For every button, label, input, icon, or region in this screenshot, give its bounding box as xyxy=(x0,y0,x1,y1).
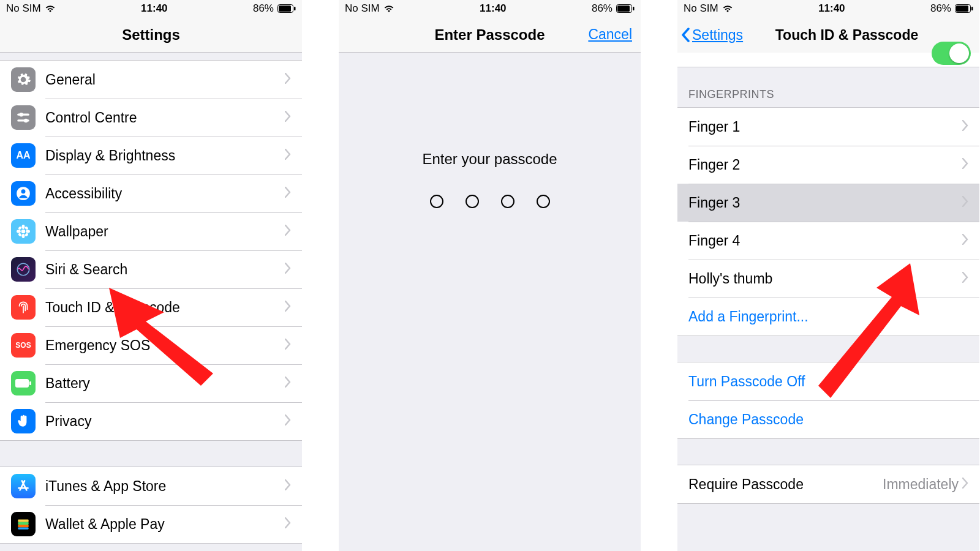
AA-icon: AA xyxy=(11,143,36,168)
svg-rect-24 xyxy=(18,527,28,529)
passcode-actions-list: Turn Passcode Off Change Passcode xyxy=(677,362,979,439)
fingerprints-list: Finger 1Finger 2Finger 3Finger 4Holly's … xyxy=(677,107,979,336)
chevron-right-icon xyxy=(285,339,291,352)
toggle-row-partial xyxy=(677,53,979,67)
svg-point-12 xyxy=(17,230,21,233)
row-label: Siri & Search xyxy=(45,261,285,278)
fingerprint-row[interactable]: Finger 1 xyxy=(677,108,979,146)
group-separator xyxy=(0,441,302,467)
row-label: Accessibility xyxy=(45,186,285,202)
svg-point-11 xyxy=(22,234,25,238)
svg-point-14 xyxy=(18,226,22,230)
settings-row-itunes[interactable]: iTunes & App Store xyxy=(0,467,302,505)
wifi-icon xyxy=(383,4,394,13)
carrier-text: No SIM xyxy=(684,2,718,15)
settings-row-general[interactable]: General xyxy=(0,61,302,99)
svg-rect-23 xyxy=(18,525,28,527)
chevron-right-icon xyxy=(285,149,291,162)
svg-rect-30 xyxy=(956,6,968,12)
navbar-settings: Settings xyxy=(0,17,302,53)
flower-icon xyxy=(11,219,36,244)
toggle-switch[interactable] xyxy=(932,42,971,65)
settings-list-group-1: GeneralControl CentreAADisplay & Brightn… xyxy=(0,60,302,441)
row-label: Touch ID & Passcode xyxy=(45,299,285,316)
chevron-right-icon xyxy=(285,111,291,124)
fingerprint-icon xyxy=(11,295,36,320)
passcode-dot xyxy=(537,195,550,208)
page-title: Settings xyxy=(122,26,180,43)
svg-point-15 xyxy=(24,226,29,230)
svg-rect-21 xyxy=(18,519,28,522)
wallet-icon xyxy=(11,512,36,536)
chevron-right-icon xyxy=(285,187,291,200)
svg-rect-2 xyxy=(294,7,296,10)
chevron-right-icon xyxy=(285,377,291,390)
settings-row-wallpaper[interactable]: Wallpaper xyxy=(0,212,302,250)
battery-pct-text: 86% xyxy=(592,2,612,15)
svg-point-13 xyxy=(26,230,30,233)
svg-point-17 xyxy=(24,233,29,237)
chevron-right-icon xyxy=(285,479,291,493)
carrier-text: No SIM xyxy=(6,2,41,15)
sos-icon: SOS xyxy=(11,333,36,358)
chevron-right-icon xyxy=(962,120,968,133)
settings-row-sos[interactable]: SOSEmergency SOS xyxy=(0,326,302,364)
row-label: Require Passcode xyxy=(688,476,883,493)
settings-list-group-2: iTunes & App StoreWallet & Apple Pay xyxy=(0,467,302,544)
chevron-right-icon xyxy=(962,158,968,171)
settings-row-accessibility[interactable]: Accessibility xyxy=(0,174,302,212)
settings-row-display[interactable]: AADisplay & Brightness xyxy=(0,137,302,174)
wifi-icon xyxy=(45,4,56,13)
settings-row-privacy[interactable]: Privacy xyxy=(0,402,302,440)
chevron-right-icon xyxy=(962,234,968,247)
chevron-right-icon xyxy=(962,272,968,285)
row-label: Turn Passcode Off xyxy=(688,373,968,390)
svg-rect-19 xyxy=(15,379,29,388)
svg-rect-31 xyxy=(971,7,973,10)
row-value: Immediately xyxy=(883,476,959,493)
status-bar: No SIM 11:40 86% xyxy=(0,0,302,17)
appstore-icon xyxy=(11,474,36,498)
svg-rect-27 xyxy=(617,6,630,12)
fingerprint-row[interactable]: Holly's thumb xyxy=(677,260,979,298)
back-button[interactable]: Settings xyxy=(681,27,743,43)
svg-rect-1 xyxy=(279,6,291,12)
row-label: General xyxy=(45,72,285,88)
clock-text: 11:40 xyxy=(818,2,845,15)
page-title: Touch ID & Passcode xyxy=(775,27,918,43)
svg-point-16 xyxy=(18,233,22,237)
svg-rect-22 xyxy=(18,522,28,525)
add-fingerprint-row[interactable]: Add a Fingerprint... xyxy=(677,298,979,335)
status-bar: No SIM 11:40 86% xyxy=(677,0,979,17)
cancel-button[interactable]: Cancel xyxy=(588,26,632,43)
status-bar: No SIM 11:40 86% xyxy=(339,0,641,17)
change-passcode-row[interactable]: Change Passcode xyxy=(677,400,979,438)
row-label: Finger 2 xyxy=(688,157,962,173)
require-passcode-list: Require Passcode Immediately xyxy=(677,465,979,504)
svg-point-5 xyxy=(20,113,24,117)
row-label: Finger 1 xyxy=(688,119,962,135)
screen-settings: No SIM 11:40 86% Settings GeneralControl… xyxy=(0,0,302,551)
chevron-right-icon xyxy=(962,478,968,491)
settings-row-control[interactable]: Control Centre xyxy=(0,99,302,137)
require-passcode-row[interactable]: Require Passcode Immediately xyxy=(677,465,979,503)
row-label: Wallpaper xyxy=(45,223,285,240)
svg-rect-28 xyxy=(633,7,635,10)
settings-row-touchid[interactable]: Touch ID & Passcode xyxy=(0,288,302,326)
sliders-icon xyxy=(11,105,36,130)
chevron-right-icon xyxy=(962,196,968,209)
row-label: Change Passcode xyxy=(688,411,968,428)
settings-row-siri[interactable]: Siri & Search xyxy=(0,250,302,288)
turn-passcode-off-row[interactable]: Turn Passcode Off xyxy=(677,362,979,400)
screen-enter-passcode: No SIM 11:40 86% Enter Passcode Cancel E… xyxy=(339,0,641,551)
battery-pct-text: 86% xyxy=(930,2,951,15)
chevron-right-icon xyxy=(285,263,291,276)
settings-row-wallet[interactable]: Wallet & Apple Pay xyxy=(0,505,302,543)
row-label: Battery xyxy=(45,375,285,392)
fingerprint-row[interactable]: Finger 2 xyxy=(677,146,979,184)
navbar-passcode: Enter Passcode Cancel xyxy=(339,17,641,53)
fingerprint-row[interactable]: Finger 4 xyxy=(677,222,979,260)
settings-row-battery[interactable]: Battery xyxy=(0,364,302,402)
fingerprint-row[interactable]: Finger 3 xyxy=(677,184,979,222)
row-label: Control Centre xyxy=(45,110,285,126)
